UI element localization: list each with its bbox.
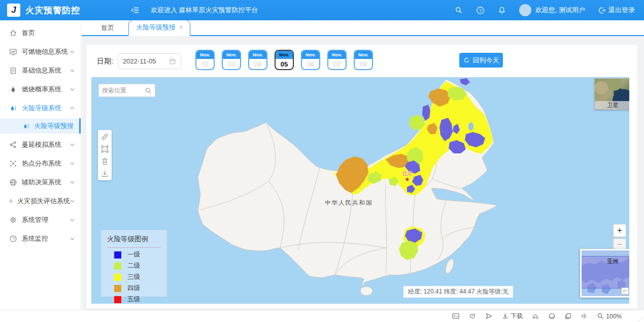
legend-swatch (114, 274, 121, 281)
download-button[interactable]: 下载 (501, 312, 523, 320)
sidebar-subitem-fire-risk-forecast[interactable]: 火险等级预报 (0, 118, 81, 134)
top-header: J 火灾预警防控 欢迎进入 森林草原火灾预警防控平台 ? 欢迎您, 测试用户 退… (0, 0, 644, 20)
gear-icon (9, 216, 17, 224)
chevron-up-icon (70, 107, 75, 110)
chevron-down-icon (70, 237, 75, 240)
sidebar-item-fuel-info[interactable]: 可燃物信息系统 (0, 42, 81, 61)
fire-risk-icon (22, 122, 30, 130)
flame-icon (9, 85, 17, 93)
search-icon[interactable] (455, 6, 463, 14)
capital-marker: 北京 ★ (402, 170, 413, 181)
sidebar-item-system-management[interactable]: 系统管理 (0, 210, 81, 229)
satellite-label: 卫星 (595, 101, 629, 109)
tab-fire-risk-forecast[interactable]: 火险等级预报 × (128, 20, 190, 36)
date-chip[interactable]: Nov.05 (275, 50, 294, 70)
chevron-down-icon (70, 143, 75, 146)
logo-letter: J (11, 5, 16, 15)
refresh-icon (463, 57, 470, 63)
sidebar-item-burn-probability[interactable]: 燃烧概率系统 (0, 80, 81, 99)
map-canvas[interactable]: 中华人民共和国 北京 ★ 火险等级图例 一级 二级 (91, 77, 629, 304)
tab-bar: 首页 火险等级预报 × (82, 20, 644, 36)
date-chip[interactable]: Nov.06 (301, 50, 320, 70)
zoom-level-control[interactable]: 100% (597, 312, 622, 320)
search-icon[interactable] (145, 87, 152, 94)
satellite-layer-toggle[interactable]: 卫星 (594, 78, 629, 110)
help-glyph: ? (479, 8, 482, 13)
logout-button[interactable]: 退出登录 (598, 6, 635, 15)
lake (468, 122, 473, 131)
zoom-in-button[interactable]: + (613, 224, 626, 237)
legend-item: 四级 (107, 284, 161, 293)
back-to-today-button[interactable]: 回到今天 (459, 53, 503, 68)
menu-fold-icon[interactable] (131, 6, 140, 14)
sidebar-item-spread-simulation[interactable]: 蔓延模拟系统 (0, 135, 81, 154)
tab-home[interactable]: 首页 (94, 21, 121, 35)
sidebar-item-loss-assessment[interactable]: 火灾损失评估系统 (0, 191, 81, 210)
sidebar-item-system-monitor[interactable]: 系统监控 (0, 229, 81, 248)
select-area-tool[interactable] (100, 145, 109, 153)
welcome-text: 欢迎进入 森林草原火灾预警防控平台 (151, 6, 258, 15)
date-chip-row: Nov.02 Nov.03 Nov.04 Nov.05 Nov.06 Nov.0… (195, 50, 373, 70)
sidebar-item-hotspot-distribution[interactable]: 热点分布系统 (0, 154, 81, 173)
legend-swatch (114, 263, 121, 270)
notification-bell-icon[interactable] (498, 6, 506, 14)
main-area: 首页 火险等级预报 × 日期: 2022-11-05 Nov.02 Nov.03… (82, 20, 644, 310)
measure-ruler-tool[interactable] (100, 133, 109, 141)
chevron-down-icon (70, 69, 75, 72)
legend-swatch (114, 251, 121, 259)
map-search-input[interactable] (102, 87, 145, 94)
scatter-icon (9, 159, 17, 168)
download-label: 下载 (511, 312, 523, 320)
star-icon: ★ (402, 177, 413, 181)
risk-legend: 火险等级图例 一级 二级 三级 四级 五级 (100, 230, 167, 297)
coordinate-readout: 经度: 120.41 纬度: 44.47 火险等级:无 (403, 286, 513, 298)
map-tool-strip (98, 130, 112, 180)
legend-item: 五级 (107, 295, 161, 304)
date-picker[interactable]: 2022-11-05 (118, 53, 181, 69)
globe-icon (9, 178, 17, 186)
sidebar-item-fire-risk-system[interactable]: 火险等级系统 (0, 99, 81, 117)
sidebar-item-basic-info[interactable]: 基础信息系统 (0, 61, 81, 80)
share-branch-icon (9, 141, 17, 149)
date-chip[interactable]: Nov.03 (222, 50, 241, 70)
resize-grip[interactable]: ⋰ (639, 316, 643, 321)
date-chip[interactable]: Nov.02 (195, 50, 215, 70)
content-card: 日期: 2022-11-05 Nov.02 Nov.03 Nov.04 Nov.… (86, 45, 637, 309)
china-map (91, 77, 629, 304)
sidebar-item-home[interactable]: 首页 (0, 23, 81, 42)
legend-title: 火险等级图例 (107, 235, 161, 248)
browser-icon[interactable] (548, 312, 556, 320)
chevron-down-icon (70, 88, 75, 91)
duplicate-window-icon[interactable] (564, 312, 572, 320)
sidebar: 首页 可燃物信息系统 基础信息系统 燃烧概率系统 火险等级系统 火险等级预报 蔓… (0, 20, 81, 310)
logout-icon (598, 7, 606, 14)
screenshot-icon[interactable] (452, 312, 460, 320)
speaker-icon[interactable] (581, 312, 588, 320)
app-title: 火灾预警防控 (25, 5, 80, 16)
legend-item: 二级 (107, 262, 161, 270)
document-icon (9, 67, 17, 75)
date-toolbar: 日期: 2022-11-05 Nov.02 Nov.03 Nov.04 Nov.… (86, 45, 637, 77)
help-icon[interactable]: ? (476, 6, 485, 15)
chevron-down-icon (70, 218, 75, 221)
taiwan-island (444, 258, 455, 275)
chevron-down-icon (70, 181, 75, 184)
chevron-down-icon (70, 200, 75, 203)
overview-minimap[interactable]: 亚洲 ◸ (580, 249, 629, 298)
download-tool[interactable] (100, 169, 109, 178)
favorite-icon[interactable] (468, 312, 477, 320)
avatar[interactable] (519, 4, 531, 16)
fire-risk-icon (9, 104, 17, 112)
send-icon[interactable] (485, 312, 493, 320)
user-menu[interactable]: 欢迎您, 测试用户 (519, 4, 585, 16)
legend-item: 三级 (107, 273, 161, 281)
tab-close-icon[interactable]: × (179, 24, 183, 31)
minimap-collapse-button[interactable]: ◸ (621, 287, 629, 295)
date-chip[interactable]: Nov.07 (327, 50, 347, 70)
delete-tool[interactable] (100, 157, 109, 166)
date-chip[interactable]: Nov.08 (354, 50, 373, 70)
zoom-controls: + − (613, 224, 626, 251)
vehicle-icon[interactable] (531, 312, 539, 320)
date-chip[interactable]: Nov.04 (248, 50, 267, 70)
sidebar-item-decision-support[interactable]: 辅助决策系统 (0, 173, 81, 191)
